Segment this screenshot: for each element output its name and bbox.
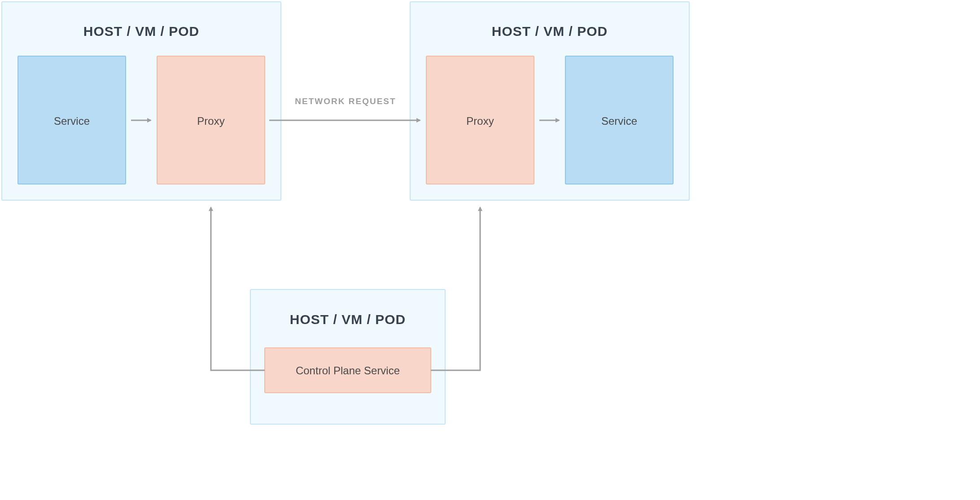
host-right: HOST / VM / POD Proxy Service: [410, 2, 689, 200]
service-left-label: Service: [54, 115, 90, 127]
service-right-label: Service: [601, 115, 637, 127]
host-left: HOST / VM / POD Service Proxy: [2, 2, 281, 200]
host-bottom-title: HOST / VM / POD: [290, 312, 406, 327]
proxy-box-right: Proxy: [426, 56, 534, 184]
host-left-title: HOST / VM / POD: [83, 24, 199, 39]
service-box-right: Service: [565, 56, 673, 184]
service-mesh-diagram: HOST / VM / POD Service Proxy HOST / VM …: [0, 0, 980, 500]
control-plane-box: Control Plane Service: [265, 348, 431, 393]
network-request-label: NETWORK REQUEST: [295, 96, 396, 106]
proxy-left-label: Proxy: [197, 115, 224, 127]
control-plane-label: Control Plane Service: [296, 364, 400, 377]
proxy-right-label: Proxy: [466, 115, 494, 127]
host-bottom: HOST / VM / POD Control Plane Service: [250, 289, 445, 424]
network-request: NETWORK REQUEST: [269, 96, 420, 120]
service-box-left: Service: [18, 56, 126, 184]
host-right-title: HOST / VM / POD: [492, 24, 608, 39]
proxy-box-left: Proxy: [157, 56, 265, 184]
